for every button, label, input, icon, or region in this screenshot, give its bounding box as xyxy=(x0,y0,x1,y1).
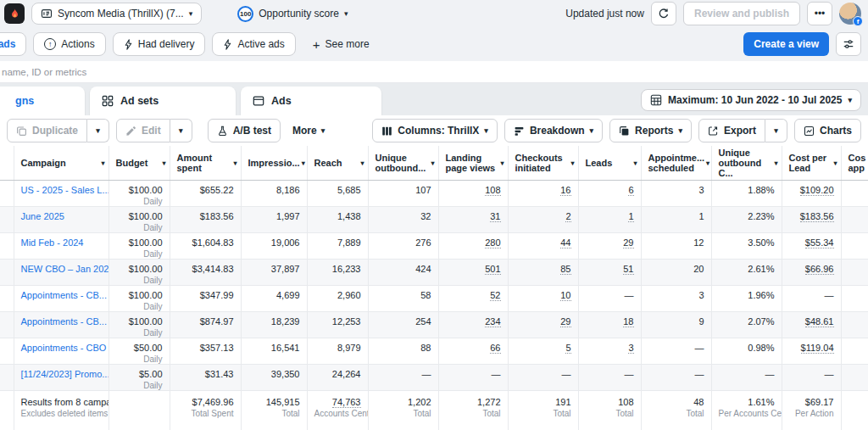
tab-ad-sets[interactable]: Ad sets xyxy=(90,87,236,115)
cell-extra xyxy=(841,338,868,365)
date-range-selector[interactable]: Maximum: 10 Jun 2022 - 10 Jul 2025 ▾ xyxy=(641,89,861,111)
facebook-badge-icon: f xyxy=(853,16,863,26)
cell-appointments: 12 xyxy=(641,233,711,260)
column-header-budget[interactable]: Budget▾ xyxy=(108,146,170,181)
sort-caret-icon: ▾ xyxy=(772,159,777,167)
column-header-unique-outbound-ctr[interactable]: Unique outbound C...▾ xyxy=(711,146,782,181)
column-header-cost-per-appointment[interactable]: Cos app xyxy=(841,146,868,181)
more-menu-button[interactable]: More ▾ xyxy=(287,125,330,137)
duplicate-button[interactable]: Duplicate xyxy=(7,119,87,142)
table-row[interactable]: Mid Feb - 2024$100.00Daily$1,604.8319,00… xyxy=(0,233,868,260)
campaign-name-cell[interactable]: US - 2025 - Sales L... xyxy=(14,181,108,207)
column-header-leads[interactable]: Leads▾ xyxy=(578,146,641,181)
caret-down-icon: ▾ xyxy=(678,126,682,135)
duplicate-caret-button[interactable]: ▾ xyxy=(87,119,109,142)
export-button[interactable]: Export xyxy=(698,119,765,142)
row-checkbox-cell[interactable] xyxy=(0,233,14,260)
filter-active-ads[interactable]: Active ads xyxy=(212,32,295,56)
review-publish-button[interactable]: Review and publish xyxy=(683,2,800,25)
columns-button[interactable]: Columns: ThrillX ▾ xyxy=(372,119,498,142)
row-checkbox-cell[interactable] xyxy=(0,286,14,312)
column-header-cost-per-lead[interactable]: Cost per Lead▾ xyxy=(782,146,841,181)
table-row[interactable]: NEW CBO – Jan 2024$100.00Daily$3,414.833… xyxy=(0,260,868,286)
table-row[interactable]: US - 2025 - Sales L...$100.00Daily$655.2… xyxy=(0,181,868,207)
cell-lpv: 31 xyxy=(438,207,508,233)
cell-lpv: 501 xyxy=(438,260,508,286)
filter-actions[interactable]: ↑ Actions xyxy=(33,32,105,56)
campaign-name-cell[interactable]: June 2025 xyxy=(14,207,108,233)
campaign-name-cell[interactable]: Mid Feb - 2024 xyxy=(14,233,108,260)
see-more-label: See more xyxy=(326,38,370,50)
create-view-button[interactable]: Create a view xyxy=(743,32,829,56)
edit-button[interactable]: Edit xyxy=(116,119,170,142)
avatar[interactable]: f xyxy=(839,3,861,25)
flame-logo-icon[interactable] xyxy=(4,3,25,24)
row-checkbox-cell[interactable] xyxy=(0,181,14,207)
column-header-checkouts-initiated[interactable]: Checkouts initiated▾ xyxy=(508,146,578,181)
refresh-button[interactable] xyxy=(651,2,676,25)
cell-reach: 8,979 xyxy=(307,338,368,365)
more-options-button[interactable]: ••• xyxy=(807,2,832,25)
row-checkbox-cell[interactable] xyxy=(0,365,14,391)
campaign-link[interactable]: Mid Feb - 2024 xyxy=(21,237,84,248)
edit-caret-button[interactable]: ▾ xyxy=(170,119,192,142)
cell-uoc: 1.96% xyxy=(711,286,782,312)
breakdown-button[interactable]: Breakdown ▾ xyxy=(504,119,603,142)
flask-icon xyxy=(217,126,228,137)
campaign-link[interactable]: Appointments - CB... xyxy=(21,290,108,300)
campaign-link[interactable]: [11/24/2023] Promo... xyxy=(21,369,109,379)
view-settings-button[interactable] xyxy=(836,32,861,56)
table-row[interactable]: [11/24/2023] Promo...$5.00Daily$31.4339,… xyxy=(0,365,868,391)
see-more-button[interactable]: + See more xyxy=(303,32,380,56)
footer-budget-cell xyxy=(108,391,170,430)
campaign-link[interactable]: Appointments - CB... xyxy=(21,316,108,327)
filter-had-delivery[interactable]: Had delivery xyxy=(113,32,206,56)
column-header-amount-spent[interactable]: Amount spent▾ xyxy=(170,146,241,181)
select-all-checkbox-cell[interactable] xyxy=(0,146,14,181)
column-header-unique-outbound[interactable]: Unique outbound...▾ xyxy=(368,146,438,181)
ab-test-button[interactable]: A/B test xyxy=(208,119,281,142)
campaign-name-cell[interactable]: Appointments - CB... xyxy=(14,286,108,312)
tab-ads-label: Ads xyxy=(271,95,292,107)
column-header-impressions[interactable]: Impressio...▾ xyxy=(241,146,307,181)
campaign-link[interactable]: US - 2025 - Sales L... xyxy=(21,185,109,195)
column-header-campaign[interactable]: Campaign▾ xyxy=(14,146,108,181)
cell-uoc: 3.50% xyxy=(711,233,782,260)
cell-budget: $50.00Daily xyxy=(108,338,170,365)
tab-ads[interactable]: Ads xyxy=(241,87,381,115)
column-header-landing-page-views[interactable]: Landing page views▾ xyxy=(438,146,508,181)
campaign-name-cell[interactable]: Appointments - CB... xyxy=(14,312,108,338)
column-header-appointments-scheduled[interactable]: Appointme... scheduled▾ xyxy=(641,146,711,181)
row-checkbox-cell[interactable] xyxy=(0,338,14,365)
campaign-link[interactable]: Appointments - CBO xyxy=(21,343,107,353)
campaign-name-cell[interactable]: NEW CBO – Jan 2024 xyxy=(14,260,108,286)
opportunity-score[interactable]: 100 Opportunity score ▾ xyxy=(237,6,348,22)
budget-type-label: Daily xyxy=(116,381,163,390)
campaign-name-cell[interactable]: Appointments - CBO xyxy=(14,338,108,365)
reports-button[interactable]: Reports ▾ xyxy=(609,119,692,142)
table-row[interactable]: June 2025$100.00Daily$183.561,9971,43832… xyxy=(0,207,868,233)
cell-spent: $874.97 xyxy=(170,312,241,338)
charts-button[interactable]: Charts xyxy=(794,119,861,142)
campaign-link[interactable]: NEW CBO – Jan 2024 xyxy=(21,264,109,274)
actions-label: Actions xyxy=(61,38,94,50)
budget-type-label: Daily xyxy=(116,355,163,364)
filter-bar: All ads ↑ Actions Had delivery Active ad… xyxy=(0,27,868,61)
table-row[interactable]: Appointments - CBO$50.00Daily$357.1316,5… xyxy=(0,338,868,365)
table-row[interactable]: Appointments - CB...$100.00Daily$347.994… xyxy=(0,286,868,312)
tab-campaigns[interactable]: gns xyxy=(0,87,85,115)
row-checkbox-cell[interactable] xyxy=(0,312,14,338)
caret-down-icon: ▾ xyxy=(321,126,326,135)
lightning-icon xyxy=(124,39,133,50)
row-checkbox-cell[interactable] xyxy=(0,260,14,286)
export-caret-button[interactable]: ▾ xyxy=(765,119,787,142)
table-row[interactable]: Appointments - CB...$100.00Daily$874.971… xyxy=(0,312,868,338)
row-checkbox-cell[interactable] xyxy=(0,207,14,233)
search-input[interactable]: name, ID or metrics xyxy=(0,61,868,83)
campaign-name-cell[interactable]: [11/24/2023] Promo... xyxy=(14,365,108,391)
filter-all-ads[interactable]: All ads xyxy=(0,32,26,56)
column-header-reach[interactable]: Reach▾ xyxy=(307,146,368,181)
footer-lpv-cell: 1,272Total xyxy=(438,391,508,430)
account-selector[interactable]: Syncom Media (ThrillX) (7... ▾ xyxy=(31,3,202,25)
campaign-link[interactable]: June 2025 xyxy=(21,211,64,221)
